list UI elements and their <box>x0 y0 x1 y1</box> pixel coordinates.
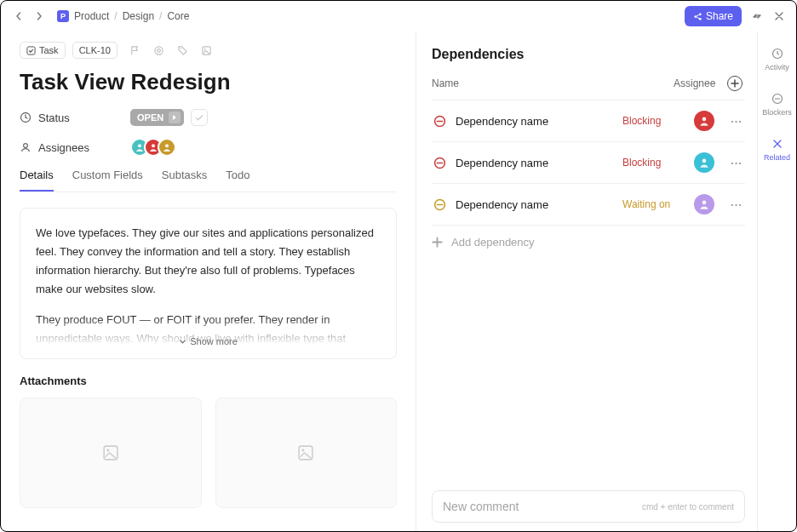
dependencies-panel: Dependencies Name Assignee Dependency na… <box>416 31 757 531</box>
svg-point-15 <box>106 449 109 451</box>
tab-subtasks[interactable]: Subtasks <box>162 169 207 192</box>
image-icon <box>296 443 315 462</box>
breadcrumb-space-icon: P <box>57 10 69 22</box>
breadcrumb-separator: / <box>114 10 117 22</box>
tab-todo[interactable]: Todo <box>226 169 249 192</box>
dependency-name: Dependency name <box>456 115 622 128</box>
task-type-label: Task <box>39 45 59 55</box>
status-pill[interactable]: OPEN <box>130 109 184 126</box>
assignee-avatars[interactable] <box>130 138 176 157</box>
svg-point-21 <box>702 159 707 163</box>
svg-point-5 <box>158 49 161 52</box>
more-icon[interactable]: ··· <box>728 157 745 169</box>
attachment-card[interactable] <box>215 398 398 508</box>
svg-point-17 <box>302 449 305 451</box>
avatar[interactable] <box>694 152 714 173</box>
col-name-header: Name <box>432 77 674 89</box>
svg-point-19 <box>702 117 707 122</box>
rail-item-activity[interactable]: Activity <box>758 43 796 75</box>
description-box[interactable]: We love typefaces. They give our sites a… <box>20 208 397 359</box>
dependency-status: Waiting on <box>622 198 685 210</box>
avatar[interactable] <box>694 194 714 215</box>
breadcrumb-separator: / <box>159 10 162 22</box>
task-panel: Task CLK-10 Task View Redesign Status OP… <box>1 31 416 531</box>
complete-checkbox[interactable] <box>191 109 208 126</box>
status-label: Status <box>20 112 130 124</box>
dependency-status: Blocking <box>622 157 685 169</box>
task-chips: Task CLK-10 <box>20 42 397 59</box>
breadcrumb-item[interactable]: Product <box>74 10 109 22</box>
dependency-row[interactable]: Dependency nameBlocking··· <box>432 141 745 183</box>
share-icon <box>693 12 702 21</box>
topbar: P Product / Design / Core Share <box>1 1 796 31</box>
description-fade: Show more <box>20 316 396 358</box>
nav-forward-button[interactable] <box>32 9 47 24</box>
add-dependency-label: Add dependency <box>451 236 535 249</box>
svg-point-11 <box>138 144 141 147</box>
status-value: OPEN <box>137 112 163 123</box>
rail-item-blockers[interactable]: Blockers <box>758 89 796 120</box>
activity-icon <box>771 47 784 60</box>
collapse-icon[interactable] <box>750 9 764 23</box>
share-button[interactable]: Share <box>685 6 742 26</box>
dependencies-title: Dependencies <box>432 47 745 62</box>
dependencies-header: Name Assignee <box>432 76 745 100</box>
attachments-list <box>20 398 397 508</box>
page-title: Task View Redesign <box>20 69 397 95</box>
add-dependency-icon-button[interactable] <box>727 76 743 91</box>
attachment-card[interactable] <box>20 398 202 508</box>
topbar-left: P Product / Design / Core <box>11 9 189 24</box>
avatar[interactable] <box>694 111 714 131</box>
more-icon[interactable]: ··· <box>728 115 745 128</box>
tab-details[interactable]: Details <box>20 169 54 192</box>
task-quick-actions <box>129 44 213 56</box>
right-rail: ActivityBlockersRelated <box>757 31 796 531</box>
blocked-icon <box>432 115 447 128</box>
svg-point-23 <box>702 201 707 205</box>
svg-point-12 <box>152 144 155 147</box>
col-assignee-header: Assignee <box>674 77 725 89</box>
chevron-down-icon <box>179 338 186 346</box>
task-type-chip[interactable]: Task <box>20 42 66 59</box>
svg-point-6 <box>181 48 181 49</box>
topbar-right: Share <box>685 6 786 26</box>
dependency-name: Dependency name <box>456 157 622 169</box>
dependency-name: Dependency name <box>456 198 622 211</box>
svg-point-10 <box>24 144 28 148</box>
target-icon[interactable] <box>153 44 165 56</box>
close-icon[interactable] <box>772 9 786 23</box>
tab-custom-fields[interactable]: Custom Fields <box>72 169 143 192</box>
rail-item-label: Blockers <box>762 108 792 117</box>
blockers-icon <box>771 92 784 106</box>
breadcrumb-item[interactable]: Core <box>167 10 189 22</box>
share-button-label: Share <box>706 10 733 22</box>
tabs: DetailsCustom FieldsSubtasksTodo <box>20 169 397 192</box>
description-paragraph: We love typefaces. They give our sites a… <box>36 224 381 299</box>
comment-hint: cmd + enter to comment <box>642 502 734 512</box>
svg-point-4 <box>155 46 163 54</box>
assignees-row: Assignees <box>20 138 397 157</box>
dependency-row[interactable]: Dependency nameBlocking··· <box>432 100 745 141</box>
image-icon[interactable] <box>201 44 213 56</box>
svg-rect-3 <box>27 46 35 54</box>
status-row: Status OPEN <box>20 109 397 126</box>
nav-back-button[interactable] <box>11 9 26 24</box>
attachments-heading: Attachments <box>20 375 397 387</box>
status-caret-icon <box>169 112 181 123</box>
breadcrumb: P Product / Design / Core <box>57 10 189 22</box>
add-dependency-row[interactable]: Add dependency <box>432 225 745 259</box>
task-id-chip[interactable]: CLK-10 <box>72 42 118 59</box>
comment-input[interactable]: New comment cmd + enter to comment <box>432 490 745 523</box>
flag-icon[interactable] <box>129 44 141 56</box>
show-more-button[interactable]: Show more <box>179 334 238 350</box>
rail-item-related[interactable]: Related <box>758 134 796 165</box>
rail-item-label: Related <box>764 153 790 162</box>
more-icon[interactable]: ··· <box>728 198 745 211</box>
tag-icon[interactable] <box>177 44 189 56</box>
image-icon <box>101 443 120 462</box>
breadcrumb-item[interactable]: Design <box>123 10 154 22</box>
dependency-row[interactable]: Dependency nameWaiting on··· <box>432 183 745 225</box>
svg-point-8 <box>204 48 206 49</box>
svg-point-13 <box>165 144 169 147</box>
avatar[interactable] <box>158 138 176 157</box>
